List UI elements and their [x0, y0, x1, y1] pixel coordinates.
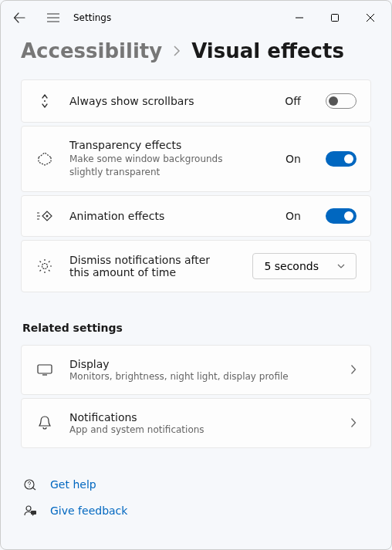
related-heading: Related settings	[22, 322, 371, 334]
transparency-toggle[interactable]	[326, 151, 357, 167]
feedback-icon	[22, 504, 38, 518]
transparency-state: On	[286, 153, 301, 165]
svg-point-6	[29, 486, 29, 487]
back-button[interactable]	[4, 2, 35, 33]
feedback-link[interactable]: Give feedback	[22, 504, 371, 518]
transparency-desc: Make some window backgrounds slightly tr…	[69, 153, 231, 179]
svg-point-2	[46, 214, 49, 217]
transparency-icon	[35, 151, 54, 167]
svg-point-3	[42, 263, 48, 268]
transparency-title: Transparency effects	[69, 139, 270, 151]
scrollbars-icon	[35, 93, 54, 110]
close-button[interactable]	[353, 5, 388, 30]
breadcrumb-current: Visual effects	[191, 39, 344, 62]
bell-icon	[35, 415, 54, 430]
dismiss-dropdown[interactable]: 5 seconds	[252, 253, 357, 279]
chevron-down-icon	[337, 264, 345, 268]
animation-title: Animation effects	[69, 210, 270, 222]
svg-point-7	[26, 506, 31, 511]
svg-point-1	[44, 100, 46, 102]
display-title: Display	[69, 358, 335, 370]
get-help-link[interactable]: Get help	[22, 477, 371, 491]
scrollbars-setting: Always show scrollbars Off	[21, 79, 371, 123]
animation-setting: Animation effects On	[21, 195, 371, 237]
back-arrow-icon	[13, 12, 25, 24]
minimize-icon	[296, 14, 303, 22]
window-title: Settings	[73, 12, 111, 23]
brightness-icon	[35, 258, 54, 275]
dismiss-setting: Dismiss notifications after this amount …	[21, 240, 371, 292]
display-desc: Monitors, brightness, night light, displ…	[69, 371, 335, 382]
transparency-setting: Transparency effects Make some window ba…	[21, 126, 371, 192]
display-icon	[35, 363, 54, 376]
get-help-text: Get help	[50, 478, 96, 491]
display-link[interactable]: Display Monitors, brightness, night ligh…	[21, 345, 371, 395]
chevron-right-icon	[350, 417, 357, 428]
menu-button[interactable]	[38, 2, 69, 33]
maximize-button[interactable]	[317, 5, 353, 30]
notifications-desc: App and system notifications	[69, 424, 335, 435]
maximize-icon	[331, 14, 339, 22]
minimize-button[interactable]	[282, 5, 317, 30]
animation-toggle[interactable]	[326, 208, 357, 224]
breadcrumb-parent[interactable]: Accessibility	[21, 39, 162, 62]
chevron-right-icon	[350, 364, 357, 375]
animation-state: On	[286, 210, 301, 222]
scrollbars-toggle[interactable]	[326, 93, 357, 109]
scrollbars-state: Off	[285, 95, 301, 107]
hamburger-icon	[47, 13, 59, 22]
feedback-text: Give feedback	[50, 504, 127, 517]
animation-icon	[35, 210, 54, 222]
content-area: Accessibility Visual effects Always show…	[1, 35, 391, 518]
svg-rect-0	[332, 15, 339, 22]
breadcrumb: Accessibility Visual effects	[21, 39, 371, 62]
svg-rect-8	[31, 511, 36, 515]
chevron-right-icon	[173, 45, 181, 57]
scrollbars-title: Always show scrollbars	[69, 95, 269, 107]
dismiss-value: 5 seconds	[264, 260, 319, 272]
titlebar: Settings	[1, 1, 391, 35]
notifications-link[interactable]: Notifications App and system notificatio…	[21, 398, 371, 448]
svg-rect-4	[38, 365, 52, 373]
help-icon	[22, 477, 38, 491]
notifications-title: Notifications	[69, 411, 335, 423]
close-icon	[367, 14, 374, 22]
dismiss-title: Dismiss notifications after this amount …	[69, 254, 224, 278]
